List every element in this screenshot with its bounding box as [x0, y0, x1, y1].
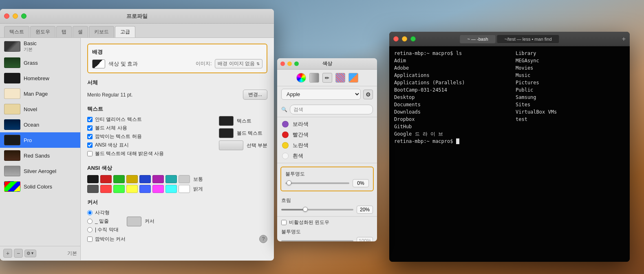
cursor-radio-options: 사각형 _ 밑줄 | 수직 막대: [87, 209, 119, 233]
cursor-blink-checkbox[interactable]: [87, 237, 93, 242]
term-line: GitHub: [394, 123, 503, 130]
color-list-item-red[interactable]: 빨간색: [277, 129, 377, 140]
term-line: Desktop: [394, 94, 503, 101]
blur-section: 흐림 20%: [277, 195, 377, 216]
ansi-bright-5[interactable]: [152, 185, 164, 193]
sidebar-item-pro[interactable]: Pro: [0, 132, 80, 148]
ansi-normal-2[interactable]: [113, 175, 125, 183]
profile-titlebar: 프로파일: [0, 9, 274, 24]
profile-maximize-button[interactable]: [21, 13, 26, 19]
ansi-bright-7[interactable]: [179, 185, 190, 193]
terminal-tab-2[interactable]: ~/test — less • man find: [497, 35, 560, 44]
chevron-up-down-icon: ⇅: [256, 61, 260, 66]
bold-checkbox[interactable]: [87, 125, 93, 131]
tab-cell[interactable]: 셀: [73, 26, 88, 37]
ansi-bright-3[interactable]: [126, 185, 138, 193]
tab-tab[interactable]: 탭: [56, 26, 72, 37]
profile-settings-dropdown[interactable]: ⚙ ▼: [24, 250, 36, 257]
terminal-close-button[interactable]: [393, 36, 399, 42]
color-close-button[interactable]: [280, 61, 285, 66]
sidebar-name-homebrew: Homebrew: [24, 75, 49, 81]
sidebar-item-novel[interactable]: Novel: [0, 101, 80, 117]
sidebar-item-ocean[interactable]: Ocean: [0, 117, 80, 132]
color-collection-dropdown[interactable]: Apple: [281, 89, 361, 100]
terminal-minimize-button[interactable]: [402, 36, 407, 42]
sidebar-thumb-pro: [4, 135, 20, 145]
opacity-slider[interactable]: [285, 182, 349, 184]
ansi-bright-4[interactable]: [139, 185, 151, 193]
ansi-normal-5[interactable]: [152, 175, 164, 183]
color-images-button[interactable]: [348, 73, 358, 83]
tab-advanced[interactable]: 고급: [115, 26, 135, 37]
color-maximize-button[interactable]: [294, 61, 299, 66]
font-change-button[interactable]: 변경...: [243, 90, 267, 100]
ansi-normal-3[interactable]: [126, 175, 138, 183]
color-search-input[interactable]: [290, 105, 373, 114]
terminal-tab-1[interactable]: ~ — -bash: [459, 35, 496, 44]
ansi-bright-1[interactable]: [100, 185, 112, 193]
blur-slider[interactable]: [281, 209, 353, 210]
add-profile-button[interactable]: +: [3, 249, 12, 258]
bold-color-button[interactable]: [219, 128, 234, 138]
profile-minimize-button[interactable]: [13, 13, 18, 19]
sidebar-item-manpage[interactable]: Man Page: [0, 86, 80, 101]
sidebar-item-basic[interactable]: Basic 기본: [0, 38, 80, 55]
background-color-swatch[interactable]: [92, 59, 105, 68]
term-line: Sites: [516, 101, 625, 108]
tab-text[interactable]: 텍스트: [4, 26, 29, 37]
ansi-normal-7[interactable]: [179, 175, 190, 183]
color-dot-white: [282, 153, 289, 159]
color-settings-button[interactable]: ⚙: [363, 90, 373, 99]
ansi-bright-2[interactable]: [113, 185, 125, 193]
cursor-underline-radio[interactable]: [87, 219, 93, 224]
cursor-blink-label: 깜박이는 커서: [95, 236, 126, 243]
color-minimize-button[interactable]: [287, 61, 292, 66]
ansi-bright-0[interactable]: [87, 185, 99, 193]
selection-color-button[interactable]: [219, 140, 243, 150]
term-line: Dropbox: [394, 116, 503, 123]
sidebar-item-homebrew[interactable]: Homebrew: [0, 70, 80, 86]
cursor-bar-radio[interactable]: [87, 227, 93, 232]
bright-bold-checkbox[interactable]: [87, 151, 93, 156]
ansi-normal-1[interactable]: [100, 175, 112, 183]
ansi-bright-6[interactable]: [165, 185, 177, 193]
color-sliders-button[interactable]: [309, 73, 319, 83]
term-line: Pictures: [516, 79, 625, 86]
sidebar-item-grass[interactable]: Grass: [0, 55, 80, 70]
antialiasing-checkbox[interactable]: [87, 117, 93, 122]
non-activated-opacity-slider[interactable]: [281, 240, 353, 241]
color-crayons-button[interactable]: [335, 73, 345, 83]
cursor-block-radio[interactable]: [87, 210, 93, 215]
help-button[interactable]: ?: [259, 235, 267, 243]
remove-profile-button[interactable]: −: [14, 249, 23, 258]
ansi-normal-4[interactable]: [139, 175, 151, 183]
sidebar-item-solidcolors[interactable]: Solid Colors: [0, 179, 80, 194]
non-activated-checkbox[interactable]: [281, 220, 287, 225]
color-wheel-button[interactable]: [296, 73, 306, 83]
sidebar-sub-basic: 기본: [24, 46, 37, 53]
blur-label: 흐림: [281, 197, 373, 204]
terminal-maximize-button[interactable]: [410, 36, 416, 42]
cursor-block-row: 사각형: [87, 209, 119, 216]
cursor-block-label: 사각형: [95, 209, 110, 216]
color-list-item-purple[interactable]: 보라색: [277, 119, 377, 129]
sidebar-item-redsands[interactable]: Red Sands: [0, 148, 80, 163]
profile-sidebar: Basic 기본 Grass Homebrew Man Page Novel: [0, 38, 81, 260]
tab-window[interactable]: 윈도우: [30, 26, 55, 37]
color-pencil-button[interactable]: ✏: [322, 73, 332, 83]
color-list: 보라색 빨간색 노란색 흰색: [277, 117, 377, 163]
profile-close-button[interactable]: [4, 13, 9, 19]
text-color-button[interactable]: [219, 116, 234, 126]
blink-checkbox[interactable]: [87, 134, 93, 139]
sidebar-item-silveraerogel[interactable]: Silver Aerogel: [0, 163, 80, 179]
tab-keyboard[interactable]: 키보드: [89, 26, 114, 37]
ansi-normal-6[interactable]: [165, 175, 177, 183]
ansi-normal-0[interactable]: [87, 175, 99, 183]
non-activated-section: 비활성화된 윈도우 불투명도 100% 흐림 20%: [277, 216, 377, 241]
cursor-color-swatch[interactable]: [127, 217, 141, 226]
color-list-item-yellow[interactable]: 노란색: [277, 140, 377, 151]
terminal-new-tab-button[interactable]: +: [622, 35, 626, 43]
background-image-dropdown[interactable]: 배경 이미지 없음 ⇅: [215, 59, 262, 68]
ansi-checkbox[interactable]: [87, 142, 93, 148]
color-list-item-white[interactable]: 흰색: [277, 151, 377, 161]
